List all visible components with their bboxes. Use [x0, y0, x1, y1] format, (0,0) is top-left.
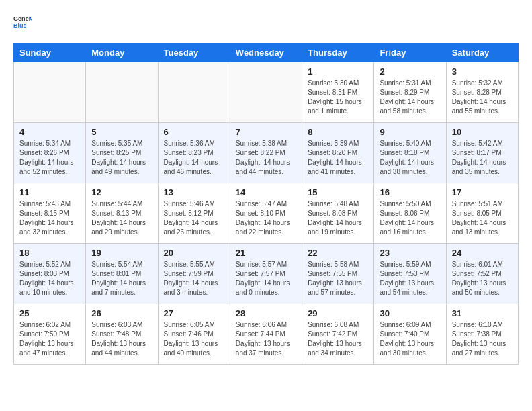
calendar-day-cell: 26Sunrise: 6:03 AM Sunset: 7:48 PM Dayli…: [86, 304, 158, 365]
day-number: 12: [91, 187, 152, 197]
day-info: Sunrise: 5:57 AM Sunset: 7:57 PM Dayligh…: [236, 260, 296, 298]
day-number: 8: [308, 127, 368, 137]
day-number: 28: [236, 308, 296, 318]
calendar-day-cell: [14, 62, 86, 123]
calendar-day-cell: 18Sunrise: 5:52 AM Sunset: 8:03 PM Dayli…: [14, 244, 86, 304]
day-of-week-header: Wednesday: [230, 44, 302, 62]
day-number: 4: [19, 127, 80, 137]
calendar-day-cell: 25Sunrise: 6:02 AM Sunset: 7:50 PM Dayli…: [14, 304, 86, 365]
calendar-week-row: 1Sunrise: 5:30 AM Sunset: 8:31 PM Daylig…: [14, 62, 519, 123]
day-info: Sunrise: 5:40 AM Sunset: 8:18 PM Dayligh…: [380, 139, 440, 177]
calendar-day-cell: 13Sunrise: 5:46 AM Sunset: 8:12 PM Dayli…: [158, 183, 230, 244]
calendar-day-cell: 2Sunrise: 5:31 AM Sunset: 8:29 PM Daylig…: [374, 62, 446, 123]
day-of-week-header: Saturday: [446, 44, 518, 62]
day-number: 25: [19, 308, 80, 318]
day-number: 18: [19, 248, 80, 258]
day-number: 1: [308, 66, 368, 77]
day-info: Sunrise: 5:54 AM Sunset: 8:01 PM Dayligh…: [91, 260, 152, 298]
calendar-day-cell: 14Sunrise: 5:47 AM Sunset: 8:10 PM Dayli…: [230, 183, 302, 244]
day-number: 22: [308, 248, 368, 258]
day-info: Sunrise: 5:36 AM Sunset: 8:23 PM Dayligh…: [164, 139, 224, 177]
day-of-week-header: Thursday: [302, 44, 374, 62]
calendar-day-cell: 6Sunrise: 5:36 AM Sunset: 8:23 PM Daylig…: [158, 123, 230, 183]
calendar-day-cell: 15Sunrise: 5:48 AM Sunset: 8:08 PM Dayli…: [302, 183, 374, 244]
day-number: 29: [308, 308, 368, 318]
day-number: 6: [164, 127, 224, 137]
day-info: Sunrise: 6:08 AM Sunset: 7:42 PM Dayligh…: [308, 320, 368, 358]
calendar-day-cell: 4Sunrise: 5:34 AM Sunset: 8:26 PM Daylig…: [14, 123, 86, 183]
calendar-table: SundayMondayTuesdayWednesdayThursdayFrid…: [13, 43, 519, 365]
day-number: 2: [380, 66, 440, 77]
day-number: 9: [380, 127, 440, 137]
day-info: Sunrise: 5:52 AM Sunset: 8:03 PM Dayligh…: [19, 260, 80, 298]
day-number: 15: [308, 187, 368, 197]
day-info: Sunrise: 6:09 AM Sunset: 7:40 PM Dayligh…: [380, 320, 440, 358]
day-info: Sunrise: 5:43 AM Sunset: 8:15 PM Dayligh…: [19, 199, 80, 237]
day-info: Sunrise: 5:48 AM Sunset: 8:08 PM Dayligh…: [308, 199, 368, 237]
day-number: 24: [452, 248, 513, 258]
day-number: 16: [380, 187, 440, 197]
calendar-day-cell: 24Sunrise: 6:01 AM Sunset: 7:52 PM Dayli…: [446, 244, 518, 304]
calendar-day-cell: 23Sunrise: 5:59 AM Sunset: 7:53 PM Dayli…: [374, 244, 446, 304]
day-number: 5: [91, 127, 152, 137]
day-info: Sunrise: 5:34 AM Sunset: 8:26 PM Dayligh…: [19, 139, 80, 177]
day-of-week-header: Monday: [86, 44, 158, 62]
day-number: 14: [236, 187, 296, 197]
calendar-day-cell: 29Sunrise: 6:08 AM Sunset: 7:42 PM Dayli…: [302, 304, 374, 365]
calendar-day-cell: 11Sunrise: 5:43 AM Sunset: 8:15 PM Dayli…: [14, 183, 86, 244]
day-info: Sunrise: 5:46 AM Sunset: 8:12 PM Dayligh…: [164, 199, 224, 237]
day-number: 30: [380, 308, 440, 318]
day-info: Sunrise: 5:31 AM Sunset: 8:29 PM Dayligh…: [380, 79, 440, 116]
calendar-week-row: 11Sunrise: 5:43 AM Sunset: 8:15 PM Dayli…: [14, 183, 519, 244]
calendar-week-row: 4Sunrise: 5:34 AM Sunset: 8:26 PM Daylig…: [14, 123, 519, 183]
day-number: 27: [164, 308, 224, 318]
day-of-week-header: Friday: [374, 44, 446, 62]
calendar-week-row: 18Sunrise: 5:52 AM Sunset: 8:03 PM Dayli…: [14, 244, 519, 304]
day-info: Sunrise: 5:38 AM Sunset: 8:22 PM Dayligh…: [236, 139, 296, 177]
day-number: 10: [452, 127, 513, 137]
calendar-day-cell: 21Sunrise: 5:57 AM Sunset: 7:57 PM Dayli…: [230, 244, 302, 304]
day-number: 21: [236, 248, 296, 258]
calendar-day-cell: 1Sunrise: 5:30 AM Sunset: 8:31 PM Daylig…: [302, 62, 374, 123]
day-number: 7: [236, 127, 296, 137]
day-info: Sunrise: 5:39 AM Sunset: 8:20 PM Dayligh…: [308, 139, 368, 177]
day-number: 23: [380, 248, 440, 258]
calendar-day-cell: 3Sunrise: 5:32 AM Sunset: 8:28 PM Daylig…: [446, 62, 518, 123]
logo-icon: General Blue: [13, 13, 32, 32]
calendar-day-cell: [230, 62, 302, 123]
calendar-day-cell: [86, 62, 158, 123]
calendar-day-cell: 28Sunrise: 6:06 AM Sunset: 7:44 PM Dayli…: [230, 304, 302, 365]
day-number: 17: [452, 187, 513, 197]
day-of-week-header: Tuesday: [158, 44, 230, 62]
day-info: Sunrise: 6:03 AM Sunset: 7:48 PM Dayligh…: [91, 320, 152, 358]
calendar-day-cell: 30Sunrise: 6:09 AM Sunset: 7:40 PM Dayli…: [374, 304, 446, 365]
day-number: 11: [19, 187, 80, 197]
day-info: Sunrise: 5:42 AM Sunset: 8:17 PM Dayligh…: [452, 139, 513, 177]
calendar-day-cell: 31Sunrise: 6:10 AM Sunset: 7:38 PM Dayli…: [446, 304, 518, 365]
day-info: Sunrise: 5:32 AM Sunset: 8:28 PM Dayligh…: [452, 79, 513, 116]
page-header: General Blue: [13, 13, 519, 32]
day-info: Sunrise: 6:05 AM Sunset: 7:46 PM Dayligh…: [164, 320, 224, 358]
calendar-day-cell: 5Sunrise: 5:35 AM Sunset: 8:25 PM Daylig…: [86, 123, 158, 183]
day-number: 3: [452, 66, 513, 77]
svg-text:Blue: Blue: [13, 22, 27, 29]
day-number: 13: [164, 187, 224, 197]
logo: General Blue: [13, 13, 35, 32]
calendar-header-row: SundayMondayTuesdayWednesdayThursdayFrid…: [14, 44, 519, 62]
day-info: Sunrise: 6:10 AM Sunset: 7:38 PM Dayligh…: [452, 320, 513, 358]
day-info: Sunrise: 6:02 AM Sunset: 7:50 PM Dayligh…: [19, 320, 80, 358]
calendar-day-cell: 12Sunrise: 5:44 AM Sunset: 8:13 PM Dayli…: [86, 183, 158, 244]
day-info: Sunrise: 5:47 AM Sunset: 8:10 PM Dayligh…: [236, 199, 296, 237]
day-of-week-header: Sunday: [14, 44, 86, 62]
calendar-day-cell: [158, 62, 230, 123]
day-info: Sunrise: 5:58 AM Sunset: 7:55 PM Dayligh…: [308, 260, 368, 298]
calendar-day-cell: 19Sunrise: 5:54 AM Sunset: 8:01 PM Dayli…: [86, 244, 158, 304]
day-info: Sunrise: 5:30 AM Sunset: 8:31 PM Dayligh…: [308, 79, 368, 116]
calendar-day-cell: 10Sunrise: 5:42 AM Sunset: 8:17 PM Dayli…: [446, 123, 518, 183]
calendar-day-cell: 16Sunrise: 5:50 AM Sunset: 8:06 PM Dayli…: [374, 183, 446, 244]
day-info: Sunrise: 5:59 AM Sunset: 7:53 PM Dayligh…: [380, 260, 440, 298]
calendar-day-cell: 9Sunrise: 5:40 AM Sunset: 8:18 PM Daylig…: [374, 123, 446, 183]
day-number: 19: [91, 248, 152, 258]
calendar-day-cell: 27Sunrise: 6:05 AM Sunset: 7:46 PM Dayli…: [158, 304, 230, 365]
day-info: Sunrise: 6:01 AM Sunset: 7:52 PM Dayligh…: [452, 260, 513, 298]
